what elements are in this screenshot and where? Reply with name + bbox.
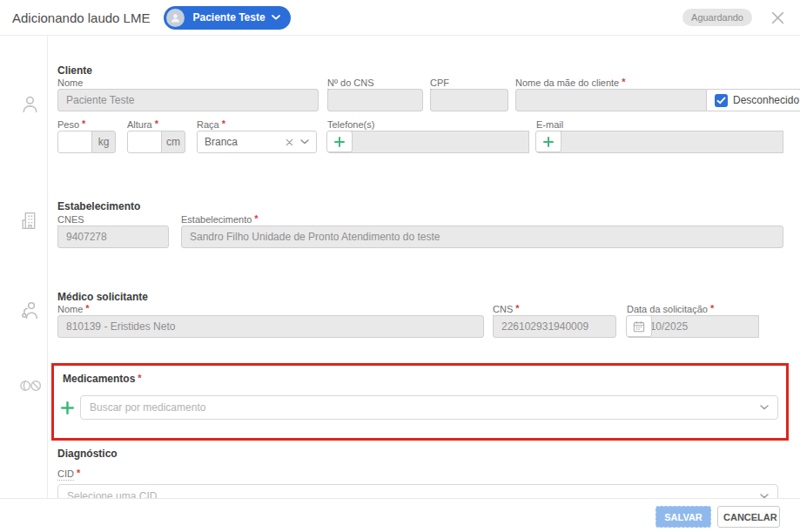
section-title-medicamentos: Medicamentos [63,373,142,385]
altura-field[interactable] [127,131,162,153]
label-cnes: CNES [57,214,84,225]
peso-unit: kg [91,131,116,153]
altura-unit: cm [161,131,185,153]
label-telefone: Telefone(s) [327,119,374,130]
cancel-button[interactable]: CANCELAR [717,506,780,528]
clear-icon[interactable] [286,138,293,146]
avatar [166,9,185,27]
check-icon [715,94,728,107]
label-raca: Raça [197,119,225,130]
label-peso: Peso [57,119,85,130]
peso-field[interactable] [57,131,92,153]
email-field [536,131,783,153]
doctor-icon [19,300,41,321]
user-icon [170,12,181,24]
label-cns: Nº do CNS [327,77,374,88]
section-title-estabelecimento: Estabelecimento [57,200,140,212]
section-icon-rail [0,36,48,498]
label-nome: Nome [57,77,83,88]
cid-select-input[interactable] [60,486,760,498]
add-icon [61,401,74,414]
close-icon[interactable] [770,10,786,26]
cnes-field [57,226,169,248]
save-button[interactable]: SALVAR [655,506,711,528]
label-email: E-mail [536,119,563,130]
section-title-cliente: Cliente [57,64,92,77]
telefone-field [327,131,529,153]
label-mae: Nome da mãe do cliente [515,77,626,88]
medicamento-search-input[interactable] [83,397,760,418]
add-email-button[interactable] [535,131,561,152]
medico-cns-field [493,315,616,338]
label-cpf: CPF [430,77,449,88]
chevron-down-icon [760,405,769,410]
patient-name: Paciente Teste [192,11,265,24]
add-telefone-button[interactable] [326,131,353,152]
desconhecido-checkbox[interactable]: Desconhecido [706,89,800,111]
label-data-solicitacao: Data da solicitação [627,304,714,314]
hospital-icon [19,210,41,232]
user-icon [19,93,41,115]
lme-report-modal: Adicionando laudo LME Paciente Teste Agu… [0,0,800,532]
add-medicamento-button[interactable] [61,401,74,414]
section-title-diagnostico: Diagnóstico [57,448,118,460]
chevron-down-icon [300,139,309,145]
add-icon [543,137,554,147]
page-title: Adicionando laudo LME [12,10,150,25]
label-altura: Altura [127,119,158,130]
medicamento-search[interactable] [80,395,778,420]
label-medico-nome: Nome [57,304,90,314]
mae-field [515,89,707,111]
label-cid: CID [57,468,80,479]
patient-selector-button[interactable]: Paciente Teste [164,6,290,30]
medico-nome-field [57,315,484,338]
add-icon [334,137,345,147]
cid-select[interactable] [57,484,778,498]
estabelecimento-field [181,226,783,248]
desconhecido-label: Desconhecido [733,94,799,106]
cpf-field [430,89,508,111]
status-badge: Aguardando [682,9,752,26]
pills-icon [19,375,43,396]
content-clip-divider [0,498,800,499]
section-title-medico: Médico solicitante [57,291,148,303]
nome-field [57,89,319,111]
label-estabelecimento: Estabelecimento [181,214,259,225]
raca-select[interactable]: Branca [197,131,317,153]
modal-header: Adicionando laudo LME Paciente Teste Agu… [0,0,800,36]
raca-value: Branca [205,136,279,148]
chevron-down-icon [272,15,280,20]
label-medico-cns: CNS [493,304,520,314]
cns-field [327,89,423,111]
calendar-icon[interactable] [626,315,652,337]
